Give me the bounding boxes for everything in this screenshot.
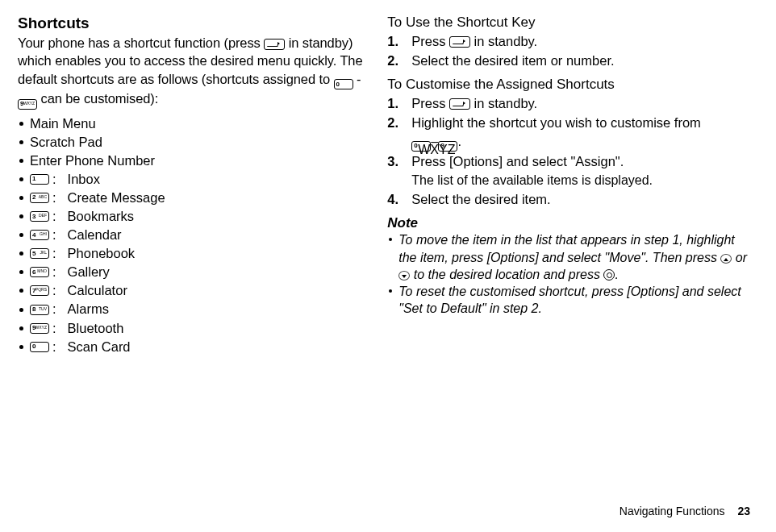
step-text: Select the desired item or number. [411, 52, 752, 70]
bullet-icon [19, 251, 23, 256]
center-button-icon [603, 269, 615, 281]
bullet-icon [389, 289, 392, 293]
note-text: to the desired location and press [410, 268, 603, 281]
bullet-icon [19, 140, 23, 144]
key-9-icon: 9WXYZ [30, 323, 49, 334]
key-9-icon: 9WXYZ [18, 99, 37, 110]
bullet-icon [19, 177, 23, 181]
note-item: To move the item in the list that appear… [387, 231, 752, 282]
bullet-icon [389, 238, 392, 241]
intro-pre: Your phone has a shortcut function (pres… [18, 35, 264, 50]
note-text: or [732, 251, 747, 264]
list-item: 1:Inbox [18, 170, 365, 189]
right-column: To Use the Shortcut Key 1.Press in stand… [387, 15, 752, 356]
list-item: 4GHI:Calendar [18, 226, 365, 244]
shortcuts-heading: Shortcuts [18, 15, 365, 32]
customise-heading: To Customise the Assigned Shortcuts [387, 77, 752, 93]
bullet-icon [19, 233, 23, 237]
step: 2.Select the desired item or number. [387, 52, 752, 70]
step-num: 2. [387, 114, 411, 152]
list-item: 6MNO:Gallery [18, 263, 365, 281]
item-label: Main Menu [30, 114, 96, 133]
intro-post: can be customised): [40, 91, 158, 106]
item-label: Create Message [68, 189, 165, 207]
step: 2.Highlight the shortcut you wish to cus… [387, 114, 752, 152]
key-2-icon: 2ABC [30, 193, 49, 203]
step-num: 4. [387, 190, 411, 209]
use-steps: 1.Press in standby. 2.Select the desired… [387, 32, 752, 70]
key-6-icon: 6MNO [30, 267, 49, 277]
item-label: Scan Card [68, 338, 131, 356]
step-text: . [457, 134, 461, 148]
key-4-icon: 4GHI [30, 230, 49, 240]
page-footer: Navigating Functions 23 [620, 505, 750, 517]
key-1-icon: 1 [30, 174, 49, 185]
customise-steps: 1.Press in standby. 2.Highlight the shor… [387, 94, 752, 209]
bullet-icon [19, 214, 23, 218]
item-label: Inbox [68, 170, 100, 189]
step-num: 1. [387, 94, 411, 113]
note-text: To move the item in the list that appear… [398, 233, 735, 264]
up-arrow-icon [720, 254, 732, 264]
step-text: Press [411, 96, 449, 110]
bullet-icon [19, 289, 23, 293]
list-item: 5JKL:Phonebook [18, 244, 365, 263]
step: 1.Press in standby. [387, 32, 752, 51]
key-3-icon: 3DEF [30, 211, 49, 222]
intro-text: Your phone has a shortcut function (pres… [18, 34, 365, 110]
note-list: To move the item in the list that appear… [387, 231, 752, 317]
note-item: To reset the customised shortcut, press … [387, 283, 752, 317]
bullet-icon [19, 196, 23, 200]
step-num: 1. [387, 32, 411, 51]
note-text: To reset the customised shortcut, press … [398, 283, 752, 317]
footer-section: Navigating Functions [620, 505, 725, 517]
step: 1.Press in standby. [387, 94, 752, 113]
page-number: 23 [737, 505, 750, 517]
key-8-icon: 8TUV [30, 305, 49, 315]
bullet-icon [19, 326, 23, 330]
item-label: Alarms [68, 300, 109, 318]
key-0-icon: 0 [30, 342, 49, 352]
list-item: 8TUV:Alarms [18, 300, 365, 318]
step: 3.Press [Options] and select "Assign".Th… [387, 152, 752, 189]
note-text: . [615, 268, 618, 281]
step-subtext: The list of the available items is displ… [411, 173, 653, 187]
step-text: in standby. [470, 96, 537, 110]
key-9-icon: 9WXYZ [438, 141, 457, 152]
item-label: Bookmarks [68, 207, 135, 226]
key-7-icon: 7PQRS [30, 285, 49, 296]
item-label: Calculator [68, 281, 127, 300]
key-0-icon: 0 [334, 79, 353, 89]
step-text: Highlight the shortcut you wish to custo… [411, 115, 701, 130]
item-label: Scratch Pad [30, 133, 102, 152]
list-item: 7PQRS:Calculator [18, 281, 365, 300]
down-arrow-icon [398, 271, 410, 281]
key-5-icon: 5JKL [30, 248, 49, 259]
shortcut-key-icon [449, 36, 470, 48]
bullet-icon [19, 122, 23, 126]
list-item: Main Menu [18, 114, 365, 133]
note-heading: Note [387, 215, 752, 231]
item-label: Calendar [68, 226, 122, 244]
bullet-icon [19, 345, 23, 349]
step-text: in standby. [470, 34, 537, 48]
step-text: Select the desired item. [411, 190, 752, 209]
step-num: 2. [387, 52, 411, 70]
list-item: 0:Scan Card [18, 338, 365, 356]
step-text: Press [411, 34, 449, 48]
item-label: Phonebook [68, 244, 136, 263]
bullet-icon [19, 270, 23, 274]
list-item: Scratch Pad [18, 133, 365, 152]
bullet-icon [19, 159, 23, 163]
item-label: Enter Phone Number [30, 152, 155, 170]
step-num: 3. [387, 152, 411, 189]
left-column: Shortcuts Your phone has a shortcut func… [18, 15, 365, 356]
item-label: Bluetooth [68, 319, 124, 338]
use-shortcut-heading: To Use the Shortcut Key [387, 15, 752, 31]
intro-dash: - [357, 72, 361, 86]
list-item: Enter Phone Number [18, 152, 365, 170]
shortcut-key-icon [264, 39, 285, 50]
step: 4.Select the desired item. [387, 190, 752, 209]
shortcut-key-icon [449, 98, 470, 110]
list-item: 2ABC:Create Message [18, 189, 365, 207]
